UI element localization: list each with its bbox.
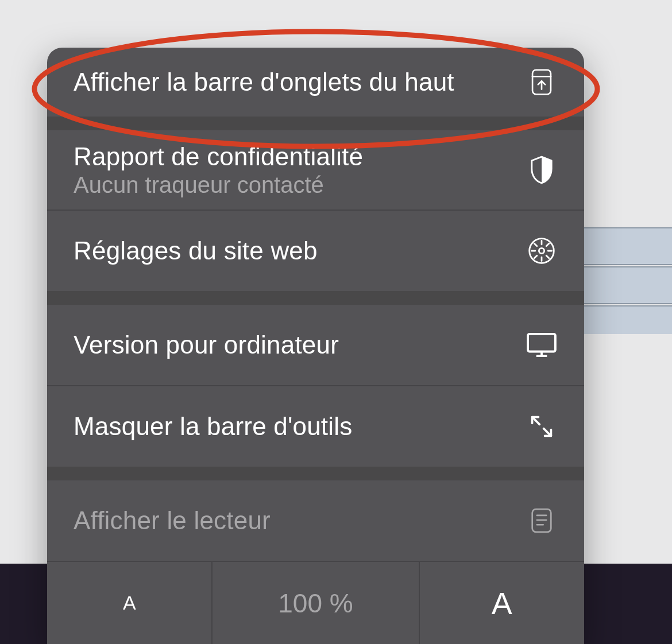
menu-item-label: Masquer la barre d'outils — [74, 412, 352, 441]
background-stripe — [580, 266, 672, 304]
safari-page-menu-popup: Afficher la barre d'onglets du haut Rapp… — [47, 48, 584, 644]
svg-line-9 — [534, 243, 537, 246]
menu-item-show-top-tab-bar[interactable]: Afficher la barre d'onglets du haut — [47, 48, 584, 117]
small-a-label: A — [123, 592, 136, 614]
svg-line-11 — [534, 255, 537, 258]
large-a-label: A — [492, 585, 512, 621]
text-size-increase-button[interactable]: A — [420, 562, 584, 644]
menu-item-text: Rapport de confidentialité Aucun traqueu… — [74, 142, 363, 198]
menu-item-hide-toolbar[interactable]: Masquer la barre d'outils — [47, 386, 584, 467]
text-size-control: A 100 % A — [47, 561, 584, 644]
menu-item-label: Afficher le lecteur — [74, 506, 271, 535]
menu-item-show-reader: Afficher le lecteur — [47, 480, 584, 561]
divider — [47, 117, 584, 130]
svg-line-17 — [544, 429, 551, 436]
svg-line-16 — [532, 417, 540, 425]
divider — [47, 291, 584, 305]
background-stripe — [580, 227, 672, 265]
desktop-icon — [526, 329, 558, 361]
menu-item-sublabel: Aucun traqueur contacté — [74, 172, 363, 198]
expand-arrows-icon — [526, 410, 558, 443]
menu-item-label: Afficher la barre d'onglets du haut — [74, 68, 454, 96]
background-stripe — [580, 305, 672, 334]
svg-rect-13 — [528, 334, 555, 352]
zoom-percent-label: 100 % — [278, 588, 353, 619]
reader-icon — [526, 505, 558, 537]
text-size-percent-button[interactable]: 100 % — [213, 562, 419, 644]
menu-item-label: Réglages du site web — [74, 236, 318, 265]
divider — [47, 467, 584, 480]
svg-point-4 — [539, 248, 544, 253]
menu-item-label: Rapport de confidentialité — [74, 142, 363, 171]
menu-item-privacy-report[interactable]: Rapport de confidentialité Aucun traqueu… — [47, 130, 584, 210]
menu-item-website-settings[interactable]: Réglages du site web — [47, 211, 584, 291]
menu-item-request-desktop-site[interactable]: Version pour ordinateur — [47, 305, 584, 385]
gear-icon — [526, 235, 558, 267]
menu-item-label: Version pour ordinateur — [74, 331, 339, 359]
shield-icon — [526, 154, 558, 186]
svg-line-10 — [546, 255, 549, 258]
text-size-decrease-button[interactable]: A — [47, 562, 213, 644]
tab-bar-top-icon — [526, 66, 558, 98]
svg-line-12 — [546, 243, 549, 246]
